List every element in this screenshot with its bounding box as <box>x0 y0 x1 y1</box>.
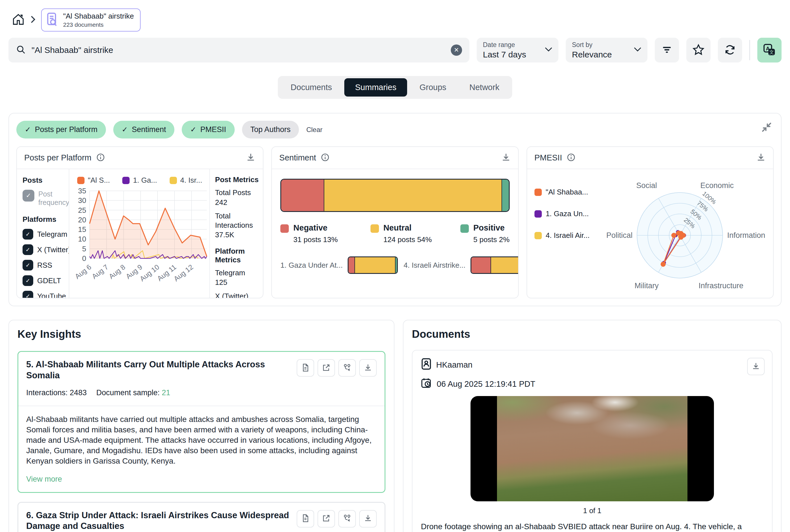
svg-text:20: 20 <box>78 215 86 224</box>
download-chart-button[interactable] <box>246 153 256 163</box>
home-icon[interactable] <box>12 13 25 27</box>
posts-chart-legend: "Al S... 1. Ga... 4. Isr... <box>72 173 207 185</box>
share-nodes-icon <box>343 514 351 523</box>
document-sample-stat: Document sample: 21 <box>96 388 170 397</box>
tab-network[interactable]: Network <box>459 78 510 97</box>
open-document-button[interactable] <box>297 359 314 377</box>
info-icon[interactable] <box>96 153 105 163</box>
document-sample-link[interactable]: 21 <box>162 388 170 397</box>
download-insight-button[interactable] <box>359 359 377 377</box>
platform-checkbox-x-twitter[interactable]: ✓X (Twitter) <box>22 244 64 255</box>
bar-segment-negative <box>471 257 491 273</box>
chip-posts-per-platform[interactable]: ✓Posts per Platform <box>16 121 106 138</box>
download-insight-button[interactable] <box>359 510 377 528</box>
platform-metrics-heading: Platform Metrics <box>215 247 259 264</box>
clear-search-button[interactable]: ✕ <box>451 44 462 56</box>
post-frequency-toggle[interactable]: ✓ Post frequency <box>22 190 64 207</box>
platform-checkbox-gdelt[interactable]: ✓GDELT <box>22 275 64 286</box>
download-chart-button[interactable] <box>501 153 511 163</box>
date-range-value: Last 7 days <box>483 50 526 59</box>
metric-value: 125 <box>215 278 259 287</box>
open-external-button[interactable] <box>317 359 335 377</box>
svg-text:0: 0 <box>82 254 86 263</box>
svg-text:10: 10 <box>78 235 86 243</box>
bar-segment-negative <box>281 179 324 211</box>
svg-text:25: 25 <box>78 206 86 214</box>
svg-text:Aug 10: Aug 10 <box>138 263 161 283</box>
view-more-link[interactable]: View more <box>26 475 62 483</box>
open-document-button[interactable] <box>297 510 314 528</box>
view-tabs: Documents Summaries Groups Network <box>0 76 790 99</box>
document-icon <box>301 363 310 373</box>
download-chart-button[interactable] <box>756 153 766 163</box>
chip-pmesii[interactable]: ✓PMESII <box>182 121 234 138</box>
legend-swatch <box>534 232 542 239</box>
translate-button[interactable]: A文 <box>757 38 782 62</box>
chip-sentiment[interactable]: ✓Sentiment <box>113 121 174 138</box>
network-view-button[interactable] <box>338 510 356 528</box>
sentiment-stacked-bar <box>280 179 509 212</box>
search-icon <box>16 44 26 56</box>
bar-segment-positive <box>501 179 509 211</box>
pmesii-card: PMESII "Al Shabaa... 1. Gaza Un... 4. Is… <box>527 146 774 298</box>
pmesii-radar-chart: InformationEconomicSocialPoliticalMilita… <box>595 175 770 298</box>
favorite-button[interactable] <box>686 38 711 62</box>
star-icon <box>692 44 705 57</box>
svg-text:35: 35 <box>78 187 86 195</box>
chip-top-authors[interactable]: Top Authors <box>242 121 299 138</box>
date-range-dropdown[interactable]: Date range Last 7 days <box>477 38 558 62</box>
tab-documents[interactable]: Documents <box>280 78 343 97</box>
document-author[interactable]: HKaaman <box>436 360 473 369</box>
breadcrumb-subtitle: 223 documents <box>63 21 134 28</box>
metric-value: 242 <box>215 198 259 207</box>
bar-segment-neutral <box>491 257 519 273</box>
download-document-button[interactable] <box>747 358 765 375</box>
sentiment-card: Sentiment Negative31 posts 13% <box>271 146 518 298</box>
refresh-button[interactable] <box>718 38 742 62</box>
network-view-button[interactable] <box>338 359 356 377</box>
card-title: PMESII <box>534 153 562 163</box>
bar-segment-neutral <box>354 257 395 273</box>
breadcrumb-title: "Al Shabaab" airstrike <box>63 12 134 21</box>
platform-checkbox-telegram[interactable]: ✓Telegram <box>22 229 64 240</box>
legend-neutral: Neutral124 posts 54% <box>370 223 460 244</box>
sort-by-label: Sort by <box>572 41 612 49</box>
info-icon[interactable] <box>320 153 330 163</box>
post-metrics-heading: Post Metrics <box>215 175 259 184</box>
key-insights-title: Key Insights <box>9 320 394 347</box>
collapse-panel-button[interactable] <box>761 121 773 134</box>
author-id-icon <box>421 358 431 372</box>
sort-by-dropdown[interactable]: Sort by Relevance <box>566 38 647 62</box>
chart-filter-chips: ✓Posts per Platform ✓Sentiment ✓PMESII T… <box>16 121 774 138</box>
posts-heading: Posts <box>22 176 64 185</box>
platform-checkbox-youtube[interactable]: ✓YouTube <box>22 291 64 298</box>
tab-summaries[interactable]: Summaries <box>344 78 407 97</box>
insight-actions <box>297 510 377 528</box>
legend-swatch <box>122 177 130 184</box>
platform-checkbox-rss[interactable]: ✓RSS <box>22 260 64 270</box>
media-pager: 1 of 1 <box>421 507 764 515</box>
search-box[interactable]: ✕ <box>8 38 470 62</box>
clear-chips-button[interactable]: Clear <box>306 126 322 134</box>
svg-text:30: 30 <box>78 196 86 205</box>
document-media[interactable] <box>471 396 714 501</box>
open-external-button[interactable] <box>317 510 335 528</box>
tab-groups[interactable]: Groups <box>409 78 457 97</box>
document-caption: Drone footage showing an al-Shabaab SVBI… <box>421 521 764 532</box>
metric-label: Total Interactions <box>215 211 259 230</box>
filter-button[interactable] <box>655 38 679 62</box>
posts-per-platform-card: Posts per Platform Posts ✓ Post frequenc… <box>16 146 263 298</box>
calendar-clock-icon <box>421 377 432 391</box>
insight-summary: Al-Shabaab militants have carried out mu… <box>26 414 377 467</box>
breadcrumb-search-chip[interactable]: "Al Shabaab" airstrike 223 documents <box>41 8 141 32</box>
legend-swatch <box>77 177 85 184</box>
svg-text:Aug 7: Aug 7 <box>90 263 110 280</box>
checkbox-checked-icon: ✓ <box>22 291 33 298</box>
svg-text:Economic: Economic <box>700 181 734 190</box>
svg-text:Aug 12: Aug 12 <box>172 263 195 283</box>
search-input[interactable] <box>32 45 445 55</box>
svg-text:15: 15 <box>78 225 86 234</box>
info-icon[interactable] <box>567 153 575 163</box>
pmesii-body: "Al Shabaa... 1. Gaza Un... 4. Israeli A… <box>527 169 773 298</box>
metric-value: 37.5K <box>215 230 259 240</box>
